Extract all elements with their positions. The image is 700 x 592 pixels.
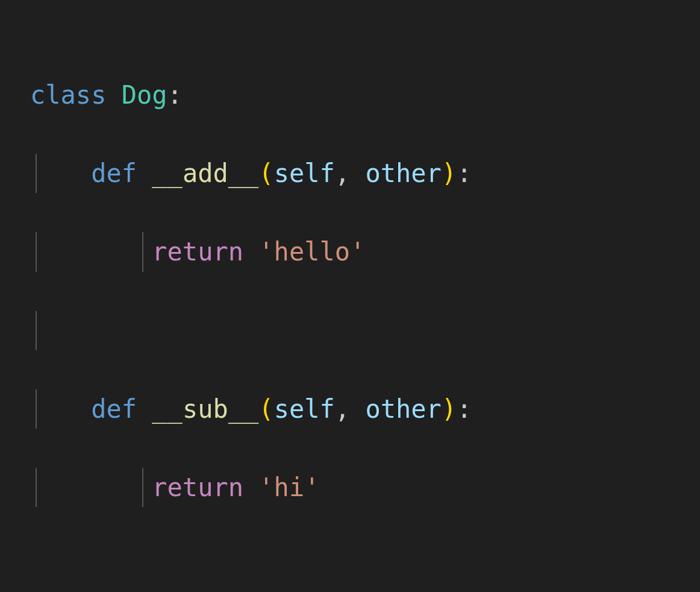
comma: , bbox=[335, 394, 350, 424]
indent-guide bbox=[142, 468, 143, 507]
param-other: other bbox=[365, 159, 441, 188]
keyword-def: def bbox=[91, 394, 137, 424]
paren-close: ) bbox=[442, 394, 457, 424]
code-editor: class Dog: def __add__(self, other): ret… bbox=[0, 0, 700, 592]
code-line: def __add__(self, other): bbox=[30, 154, 670, 193]
keyword-class: class bbox=[30, 80, 106, 110]
keyword-return: return bbox=[152, 473, 243, 502]
paren-open: ( bbox=[258, 394, 273, 424]
code-line bbox=[30, 311, 670, 350]
code-line: def __sub__(self, other): bbox=[30, 389, 670, 429]
code-line: return 'hi' bbox=[30, 468, 670, 507]
method-name: __sub__ bbox=[152, 394, 258, 424]
code-line: class Dog: bbox=[30, 75, 670, 115]
indent-guide bbox=[36, 232, 37, 271]
colon: : bbox=[457, 159, 472, 188]
param-self: self bbox=[274, 394, 335, 424]
indent-guide bbox=[36, 154, 37, 193]
keyword-def: def bbox=[91, 159, 137, 188]
indent-guide bbox=[142, 232, 143, 271]
param-self: self bbox=[274, 159, 335, 188]
indent-guide bbox=[36, 311, 37, 350]
string-literal: 'hello' bbox=[258, 237, 365, 266]
comma: , bbox=[335, 159, 350, 188]
paren-close: ) bbox=[442, 159, 457, 188]
method-name: __add__ bbox=[152, 159, 258, 188]
colon: : bbox=[167, 80, 183, 110]
colon: : bbox=[457, 394, 472, 424]
string-literal: 'hi' bbox=[258, 473, 319, 502]
keyword-return: return bbox=[152, 237, 243, 266]
code-line: return 'hello' bbox=[30, 232, 670, 271]
indent-guide bbox=[36, 468, 37, 507]
indent-guide bbox=[36, 389, 37, 429]
paren-open: ( bbox=[258, 159, 273, 188]
class-name: Dog bbox=[122, 80, 167, 110]
code-line bbox=[30, 546, 670, 585]
param-other: other bbox=[365, 394, 441, 424]
